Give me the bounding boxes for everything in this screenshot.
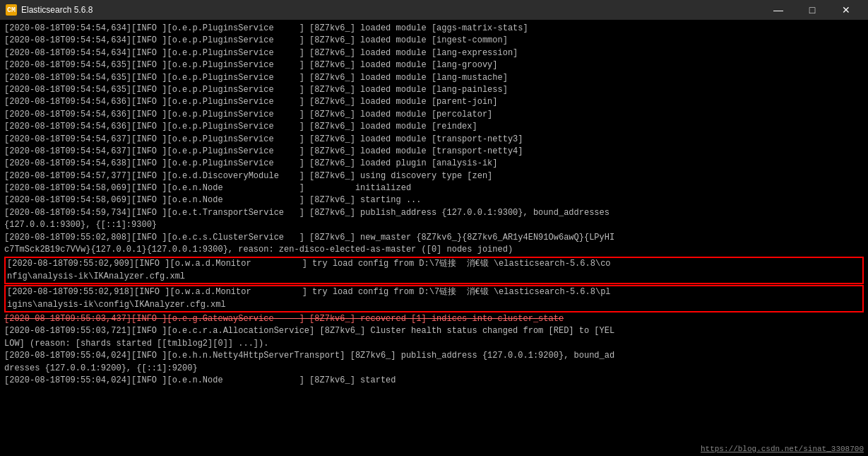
window-title: Elasticsearch 5.6.8 <box>21 5 762 15</box>
log-line: [2020-08-18T09:54:58,069][INFO ][o.e.n.N… <box>4 194 864 206</box>
log-line: [2020-08-18T09:54:59,734][INFO ][o.e.t.T… <box>4 207 864 219</box>
log-line: [2020-08-18T09:54:58,069][INFO ][o.e.n.N… <box>4 182 864 194</box>
log-line: nfig\analysis-ik\IKAnalyzer.cfg.xml <box>7 271 861 283</box>
log-line: [2020-08-18T09:54:54,637][INFO ][o.e.p.P… <box>4 134 864 146</box>
log-line: [2020-08-18T09:54:54,638][INFO ][o.e.p.P… <box>4 158 864 170</box>
log-line: igins\analysis-ik\config\IKAnalyzer.cfg.… <box>7 299 861 311</box>
title-bar-controls: — □ ✕ <box>762 0 862 20</box>
log-line: c7TmSck2B19c7VVw}{127.0.0.1}{127.0.0.1:9… <box>4 244 864 256</box>
maximize-button[interactable]: □ <box>796 0 828 20</box>
log-line: [2020-08-18T09:54:54,635][INFO ][o.e.p.P… <box>4 72 864 84</box>
log-line: [2020-08-18T09:54:54,635][INFO ][o.e.p.P… <box>4 84 864 96</box>
log-line: [2020-08-18T09:54:54,634][INFO ][o.e.p.P… <box>4 23 864 35</box>
log-line: dresses {127.0.0.1:9200}, {[::1]:9200} <box>4 363 864 375</box>
minimize-button[interactable]: — <box>762 0 795 20</box>
log-line: [2020-08-18T09:54:54,635][INFO ][o.e.p.P… <box>4 59 864 71</box>
log-line: [2020-08-18T09:55:04,024][INFO ][o.e.n.N… <box>4 375 864 387</box>
log-line: [2020-08-18T09:54:54,634][INFO ][o.e.p.P… <box>4 35 864 47</box>
log-line: [2020-08-18T09:54:54,634][INFO ][o.e.p.P… <box>4 47 864 59</box>
log-line: [2020-08-18T09:55:02,918][INFO ][o.w.a.d… <box>7 286 861 298</box>
log-line: [2020-08-18T09:54:57,377][INFO ][o.e.d.D… <box>4 170 864 182</box>
console-area: [2020-08-18T09:54:54,634][INFO ][o.e.p.P… <box>0 20 868 456</box>
title-bar: CM Elasticsearch 5.6.8 — □ ✕ <box>0 0 868 20</box>
log-line: [2020-08-18T09:54:54,637][INFO ][o.e.p.P… <box>4 146 864 158</box>
watermark: https://blog.csdn.net/sinat_3308700 <box>701 445 864 453</box>
close-button[interactable]: ✕ <box>830 0 862 20</box>
log-line: {127.0.0.1:9300}, {[::1]:9300} <box>4 219 864 231</box>
log-line: [2020-08-18T09:55:04,024][INFO ][o.e.h.n… <box>4 350 864 362</box>
log-line: [2020-08-18T09:54:54,636][INFO ][o.e.p.P… <box>4 109 864 121</box>
log-line: [2020-08-18T09:54:54,636][INFO ][o.e.p.P… <box>4 96 864 108</box>
boxed-block: [2020-08-18T09:55:02,918][INFO ][o.w.a.d… <box>4 285 864 312</box>
log-line: [2020-08-18T09:55:03,721][INFO ][o.e.c.r… <box>4 325 864 337</box>
boxed-block: [2020-08-18T09:55:02,909][INFO ][o.w.a.d… <box>4 257 864 284</box>
log-line: [2020-08-18T09:54:54,636][INFO ][o.e.p.P… <box>4 121 864 133</box>
log-line: [2020-08-18T09:55:02,808][INFO ][o.e.c.s… <box>4 232 864 244</box>
log-line: LOW] (reason: [shards started [[tmlblog2… <box>4 338 864 350</box>
log-line: [2020-08-18T09:55:02,909][INFO ][o.w.a.d… <box>7 258 861 270</box>
log-line: [2020-08-18T09:55:03,437][INFO ][o.e.g.G… <box>4 313 864 325</box>
app-icon: CM <box>6 4 17 16</box>
